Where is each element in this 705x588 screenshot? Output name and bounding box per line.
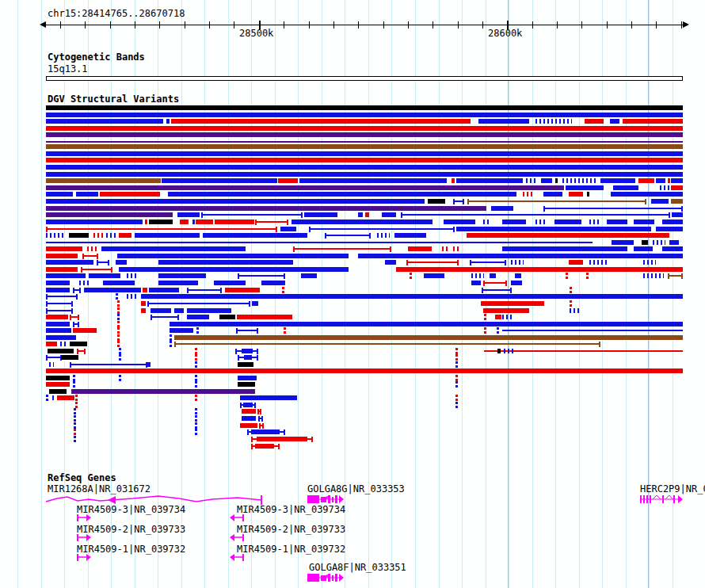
variant-segment[interactable]: [668, 178, 670, 183]
variant-segment[interactable]: [428, 199, 445, 204]
variant-segment[interactable]: [46, 185, 564, 190]
variant-segment[interactable]: [301, 273, 317, 278]
variant-segment[interactable]: [242, 349, 253, 353]
variant-segment[interactable]: [566, 185, 604, 190]
variant-segment[interactable]: [278, 178, 298, 183]
variant-end-tick[interactable]: [84, 349, 86, 354]
variant-segment[interactable]: [46, 220, 143, 224]
variant-dashed-mark[interactable]: [455, 354, 458, 361]
variant-segment[interactable]: [46, 172, 683, 177]
variant-bracket-line[interactable]: [46, 357, 62, 358]
variant-segment[interactable]: [243, 403, 253, 407]
gene-label[interactable]: MIR4509-3|NR_039734: [237, 505, 345, 515]
variant-segment[interactable]: [203, 233, 307, 238]
variant-segment[interactable]: [46, 315, 68, 319]
variant-line[interactable]: [46, 141, 683, 143]
variant-end-tick[interactable]: [70, 315, 71, 320]
variant-segment[interactable]: [292, 220, 433, 224]
variant-segment[interactable]: [541, 178, 552, 183]
variant-segment[interactable]: [656, 227, 683, 231]
gene-label[interactable]: MIR4509-2|NR_039733: [77, 525, 185, 535]
variant-dashed-mark[interactable]: [284, 327, 286, 334]
variant-segment[interactable]: [46, 199, 425, 204]
variant-segment[interactable]: [237, 315, 292, 319]
variant-segment[interactable]: [119, 267, 349, 272]
variant-dashed-mark[interactable]: [455, 402, 458, 409]
variant-end-tick[interactable]: [453, 199, 455, 204]
variant-end-tick[interactable]: [278, 444, 280, 449]
variant-end-tick[interactable]: [97, 260, 98, 265]
variant-segment[interactable]: [662, 246, 683, 251]
variant-segment[interactable]: [242, 416, 256, 421]
gene-exon-glyph[interactable]: [328, 495, 330, 503]
variant-segment[interactable]: [158, 273, 206, 278]
variant-tick-cluster[interactable]: [643, 260, 656, 265]
variant-bracket-line[interactable]: [151, 316, 179, 318]
variant-end-tick[interactable]: [82, 254, 84, 259]
variant-segment[interactable]: [240, 395, 297, 400]
variant-end-tick[interactable]: [259, 423, 261, 429]
variant-segment[interactable]: [611, 192, 683, 197]
variant-segment[interactable]: [261, 281, 285, 285]
variant-end-tick[interactable]: [71, 301, 73, 307]
variant-tick-cluster[interactable]: [535, 119, 572, 124]
variant-tick-cluster[interactable]: [653, 240, 665, 245]
variant-segment[interactable]: [46, 368, 683, 373]
variant-segment[interactable]: [170, 322, 683, 326]
variant-end-tick[interactable]: [505, 281, 507, 286]
gene-label[interactable]: MIR4509-2|NR_039733: [237, 525, 345, 535]
variant-bracket-line[interactable]: [467, 200, 646, 202]
variant-tick-cluster[interactable]: [106, 233, 116, 238]
variant-segment[interactable]: [46, 376, 70, 380]
variant-end-tick[interactable]: [483, 281, 485, 286]
variant-tick-cluster[interactable]: [562, 178, 596, 183]
variant-segment[interactable]: [385, 260, 396, 265]
variant-segment[interactable]: [46, 113, 683, 117]
variant-segment[interactable]: [168, 192, 516, 197]
variant-segment[interactable]: [511, 281, 522, 285]
variant-end-tick[interactable]: [108, 260, 109, 265]
variant-end-tick[interactable]: [293, 246, 295, 252]
variant-segment[interactable]: [46, 158, 683, 162]
variant-bracket-line[interactable]: [46, 296, 78, 297]
variant-dashed-mark[interactable]: [570, 300, 572, 307]
gene-label[interactable]: GOLGA8G|NR_033353: [307, 484, 405, 494]
variant-dashed-mark[interactable]: [74, 429, 76, 436]
variant-segment[interactable]: [456, 178, 523, 183]
variant-line[interactable]: [46, 242, 593, 243]
variant-segment[interactable]: [543, 192, 562, 197]
variant-segment[interactable]: [671, 178, 683, 183]
variant-segment[interactable]: [49, 389, 67, 394]
variant-segment[interactable]: [242, 409, 256, 414]
variant-dashed-mark[interactable]: [170, 341, 172, 348]
variant-segment[interactable]: [143, 288, 147, 292]
variant-bracket-line[interactable]: [543, 208, 683, 209]
variant-segment[interactable]: [196, 220, 213, 224]
variant-bracket-line[interactable]: [309, 228, 455, 230]
variant-bracket-line[interactable]: [483, 282, 507, 284]
variant-segment[interactable]: [69, 233, 89, 238]
variant-bracket-line[interactable]: [187, 289, 222, 291]
variant-end-tick[interactable]: [220, 288, 222, 293]
gene-label[interactable]: MIR1268A|NR_031672: [48, 484, 151, 494]
mir-arrow-left-icon[interactable]: [230, 554, 234, 561]
variant-segment[interactable]: [225, 288, 260, 292]
variant-segment[interactable]: [46, 144, 683, 149]
variant-dashed-mark[interactable]: [586, 273, 589, 280]
variant-segment[interactable]: [569, 192, 583, 197]
variant-bracket-line[interactable]: [201, 214, 303, 216]
variant-dashed-mark[interactable]: [455, 381, 458, 388]
variant-segment[interactable]: [103, 281, 135, 285]
gene-exon-glyph[interactable]: [673, 495, 675, 503]
mir-arrow-right-icon[interactable]: [77, 534, 78, 541]
variant-segment[interactable]: [119, 233, 131, 238]
gene-exon-glyph[interactable]: [335, 574, 337, 582]
variant-segment[interactable]: [219, 315, 235, 319]
variant-bracket-line[interactable]: [174, 343, 600, 345]
variant-segment[interactable]: [569, 260, 583, 265]
variant-dashed-mark[interactable]: [46, 395, 48, 402]
variant-end-tick[interactable]: [254, 403, 256, 408]
variant-segment[interactable]: [46, 382, 70, 387]
variant-bracket-line[interactable]: [406, 262, 459, 263]
variant-segment[interactable]: [238, 376, 257, 380]
